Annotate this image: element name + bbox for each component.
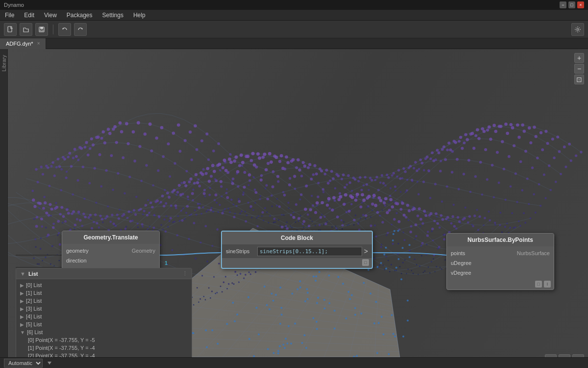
close-button[interactable]: × [577,1,584,8]
tab-label: ADFG.dyn* [6,41,33,47]
settings-button[interactable] [571,23,584,36]
watch-item-4: ▶ [4] List [16,313,192,320]
tabbar: ADFG.dyn* × [0,38,588,49]
menu-file[interactable]: File [3,11,16,20]
run-mode-select[interactable]: Automatic Manual [4,359,43,368]
svg-rect-3 [40,30,43,31]
zoom-fit-button[interactable]: ⊡ [574,75,584,84]
port-udegree-row: uDegree [447,258,554,268]
minimize-button[interactable]: − [560,1,566,8]
menu-view[interactable]: View [42,11,59,20]
watch-item-3: ▶ [3] List [16,305,192,313]
menu-edit[interactable]: Edit [22,11,36,20]
toolbar [0,21,588,38]
maximize-button[interactable]: □ [568,1,575,8]
port-geometry-row: geometry Geometry [62,246,159,256]
save-button[interactable] [35,23,48,36]
app-title: Dynamo [4,2,24,8]
redo-button[interactable] [74,23,87,36]
menu-help[interactable]: Help [131,11,147,20]
statusbar: Automatic Manual [0,357,588,368]
menubar: File Edit View Packages Settings Help [0,10,588,21]
port-udegree-label: uDegree [451,260,471,266]
nurbs-surface-body: points NurbsSurface uDegree vDegree [447,246,554,280]
watch-item-6-1: [1] Point(X = -37.755, Y = -4 [24,344,192,352]
watch-collapse-icon[interactable]: ▼ [20,271,25,277]
code-block-header: Code Block [222,232,372,244]
code-arrow-icon[interactable]: > [364,247,368,255]
tab-adfg[interactable]: ADFG.dyn* × [0,38,46,49]
watch-item-6-0: [0] Point(X = -37.755, Y = -5 [24,336,192,344]
svg-rect-2 [40,27,43,29]
svg-rect-0 [8,26,12,32]
watch-item-6: ▼ [6] List [16,328,192,336]
sidebar: Library [0,49,8,368]
watch-body: ▶ [0] List ▶ [1] List ▶ [2] List ▶ [3] L… [16,279,192,368]
main-area: Library 1 Geometry.Translate geometry Ge [0,49,588,368]
watch-resize-icon[interactable]: ⋮ [182,270,188,277]
undo-button[interactable] [58,23,71,36]
nurbs-icon-preview[interactable]: □ [535,281,542,288]
port-vdegree-label: vDegree [451,270,471,276]
port-geometry-label: geometry [66,248,89,254]
port-points-label: points [451,250,465,256]
watch-panel: ▼ List ⋮ ▶ [0] List ▶ [1] List ▶ [2] Lis… [16,268,192,368]
geometry-translate-header: Geometry.Translate [62,231,159,244]
watch-title: List [28,271,38,277]
nurbs-icon-run[interactable]: I [544,281,551,288]
zoom-plus-button[interactable]: + [574,53,584,63]
zoom-controls: + − ⊡ [574,53,584,84]
port-direction-label: direction [66,258,87,263]
new-button[interactable] [4,23,17,36]
code-block-icon[interactable]: □ [362,259,369,266]
connection-number: 1 [165,260,168,266]
titlebar: Dynamo − □ × [0,0,588,10]
toolbar-separator [53,25,53,34]
nurbs-surface-node[interactable]: NurbsSurface.ByPoints points NurbsSurfac… [446,233,554,290]
port-points-row: points NurbsSurface [447,248,554,258]
canvas[interactable]: 1 Geometry.Translate geometry Geometry d… [8,49,588,368]
run-mode-arrow-icon [47,360,52,366]
open-button[interactable] [20,23,32,36]
port-geometry-out: Geometry [132,248,155,254]
watch-item-5: ▶ [5] List [16,320,192,328]
watch-item-2: ▶ [2] List [16,297,192,305]
tab-close-icon[interactable]: × [37,41,40,46]
code-input-field[interactable] [257,247,362,256]
code-block-body: sineStrips > [222,244,372,258]
port-direction-row: direction [62,256,159,265]
port-vdegree-row: vDegree [447,268,554,278]
watch-item-1: ▶ [1] List [16,289,192,297]
window-controls: − □ × [560,1,584,8]
svg-point-6 [577,28,579,30]
menu-settings[interactable]: Settings [100,11,125,20]
library-label[interactable]: Library [0,53,8,74]
code-var-label: sineStrips [226,248,255,254]
zoom-minus-button[interactable]: − [574,64,584,74]
code-block-node[interactable]: Code Block sineStrips > □ [221,231,373,269]
watch-item-0: ▶ [0] List [16,281,192,289]
menu-packages[interactable]: Packages [65,11,95,20]
watch-header: ▼ List ⋮ [16,268,192,279]
port-nurbssurface-out: NurbsSurface [517,250,550,256]
nurbs-surface-footer: □ I [447,280,554,289]
nurbs-surface-header: NurbsSurface.ByPoints [447,234,554,246]
svg-marker-7 [48,362,51,365]
